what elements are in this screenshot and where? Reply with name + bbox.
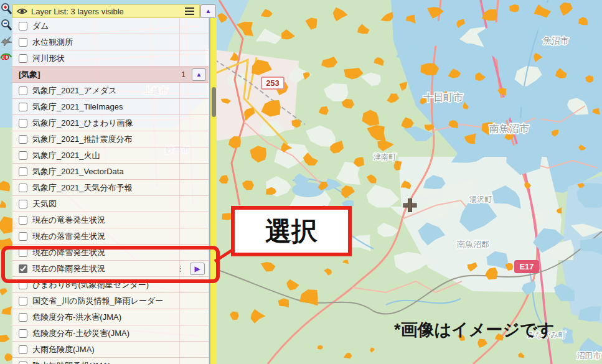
section-label: [気象] <box>19 69 40 80</box>
layer-row: 降水短時間予報(JMA) ⋮ ▶ <box>12 358 209 364</box>
layer-checkbox[interactable] <box>19 184 27 192</box>
layer-label: 現在の降雨発生状況 <box>32 263 105 274</box>
layer-checkbox[interactable] <box>19 248 27 257</box>
route-badge-e17: E17 <box>514 260 539 273</box>
map-label-minami-uonuma-gun: 南魚沼郡 <box>457 240 489 249</box>
annotation-select-box: 選択 <box>231 206 352 256</box>
bird-icon <box>0 35 12 47</box>
layer-checkbox[interactable] <box>19 200 27 208</box>
map-label-yuzawa: 湯沢町 <box>469 195 492 203</box>
layer-label: 危険度分布-洪水害(JMA) <box>32 312 121 323</box>
layer-checkbox[interactable] <box>19 86 27 95</box>
layer-checkbox[interactable] <box>19 135 27 144</box>
layer-expand-button[interactable]: ▶ <box>190 263 205 275</box>
3d-icon: 3D <box>0 51 12 63</box>
layer-label: 気象庁_2021_天気分布予報 <box>32 182 132 194</box>
layer-label: 気象庁_2021_推計震度分布 <box>32 134 132 145</box>
panel-scrollbar[interactable] <box>209 18 217 364</box>
layer-checkbox[interactable] <box>19 216 27 225</box>
layer-checkbox[interactable] <box>19 362 27 364</box>
section-collapse-button[interactable]: ▲ <box>192 68 206 81</box>
layer-label: ダム <box>32 21 49 32</box>
layer-label: 天気図 <box>32 198 57 210</box>
layer-checkbox[interactable] <box>19 345 27 354</box>
panel-collapse-button[interactable]: ▲ <box>200 4 216 18</box>
layer-checkbox[interactable] <box>19 297 27 306</box>
layer-label: 河川形状 <box>32 53 65 64</box>
svg-text:E17: E17 <box>519 262 534 271</box>
annotation-select-label: 選択 <box>265 214 317 249</box>
route-badge-253: 253 <box>261 77 284 89</box>
layer-checkbox[interactable] <box>19 329 27 338</box>
layer-label: 気象庁_2021_火山 <box>32 150 100 161</box>
layer-row: 現在の降雨発生状況 ⋮ ▶ <box>12 261 209 277</box>
layer-checkbox[interactable] <box>19 232 27 241</box>
layer-row: ひまわり8号(気象衛星センター) ⋮ ▶ <box>12 277 209 293</box>
layer-list-header[interactable]: Layer List: 3 layers visible <box>12 4 200 18</box>
triangle-up-icon: ▲ <box>196 72 202 78</box>
map-label-uonuma: 魚沼市 <box>543 35 569 45</box>
layer-label: 国交省_川の防災情報_降雨レーダー <box>32 296 163 307</box>
layer-row: 気象庁_2021_ひまわり画像 ⋮ ▶ <box>12 115 209 131</box>
layer-label: 現在の落雷発生状況 <box>32 231 105 242</box>
map-label-numata: 沼田市 <box>577 351 601 360</box>
eye-icon <box>17 7 27 15</box>
map-label-tokamachi: 十日町市 <box>423 92 463 103</box>
layer-row: 危険度分布-洪水害(JMA) ⋮ ▶ <box>12 309 209 325</box>
layer-list-title: Layer List: 3 layers visible <box>31 7 124 16</box>
layer-row: 気象庁_2021_推計震度分布 ⋮ ▶ <box>12 131 209 147</box>
bird-view-button[interactable] <box>0 34 12 48</box>
layer-row: 河川形状 ⋮ ▶ <box>12 50 209 67</box>
map-urban-area <box>205 49 299 142</box>
layer-row: 気象庁_2021_VectorData ⋮ ▶ <box>12 164 209 180</box>
layer-label: 水位観測所 <box>32 37 73 48</box>
image-disclaimer-text: *画像はイメージです <box>394 319 554 341</box>
layer-row: 水位観測所 ⋮ ▶ <box>12 34 209 50</box>
layer-checkbox[interactable] <box>19 103 27 111</box>
menu-icon[interactable] <box>184 6 195 16</box>
layer-label: 気象庁_2021_アメダス <box>32 85 117 96</box>
layer-row: 現在の竜巻発生状況 ⋮ ▶ <box>12 212 209 228</box>
layer-checkbox[interactable] <box>19 281 27 289</box>
layer-row: ダム ⋮ ▶ <box>12 18 209 34</box>
layer-row: 現在の降雪発生状況 ⋮ ▶ <box>12 245 209 261</box>
layer-checkbox[interactable] <box>19 54 27 63</box>
layer-row: 大雨危険度(JMA) ⋮ ▶ <box>12 342 209 358</box>
map-tool-column: 3D <box>0 2 12 64</box>
layer-label: 現在の降雪発生状況 <box>32 247 105 258</box>
layer-row: 気象庁_2021_TileImages ⋮ ▶ <box>12 99 209 115</box>
layer-checkbox[interactable] <box>19 22 27 30</box>
zoom-in-icon <box>1 2 12 15</box>
layer-row: 気象庁_2021_天気分布予報 ⋮ ▶ <box>12 180 209 196</box>
triangle-up-icon: ▲ <box>205 8 212 14</box>
layer-label: 降水短時間予報(JMA) <box>32 360 111 364</box>
zoom-out-icon <box>1 19 12 31</box>
triangle-right-icon: ▶ <box>194 265 200 273</box>
layer-checkbox[interactable] <box>19 38 27 47</box>
layer-checkbox[interactable] <box>19 313 27 322</box>
layer-row: 現在の落雷発生状況 ⋮ ▶ <box>12 228 209 245</box>
zoom-in-button[interactable] <box>0 2 12 16</box>
layer-row: 国交省_川の防災情報_降雨レーダー ⋮ ▶ <box>12 293 209 309</box>
3d-view-button[interactable]: 3D <box>0 50 12 64</box>
layer-label: 気象庁_2021_VectorData <box>32 166 124 177</box>
layer-checkbox[interactable] <box>19 264 27 273</box>
layer-row: 気象庁_2021_火山 ⋮ ▶ <box>12 147 209 164</box>
layer-checkbox[interactable] <box>19 119 27 128</box>
layer-label: 気象庁_2021_TileImages <box>32 101 123 113</box>
layer-menu-dots-icon[interactable]: ⋮ <box>176 264 185 273</box>
layer-label: 大雨危険度(JMA) <box>32 344 95 355</box>
layer-checkbox[interactable] <box>19 167 27 176</box>
layer-section-row: [気象] 1 ▲ <box>12 67 209 83</box>
panel-scrollbar-thumb[interactable] <box>212 87 216 117</box>
layer-row: 危険度分布-土砂災害(JMA) ⋮ ▶ <box>12 325 209 342</box>
layer-label: ひまわり8号(気象衛星センター) <box>32 279 149 291</box>
svg-text:253: 253 <box>266 78 280 88</box>
layer-label: 危険度分布-土砂災害(JMA) <box>32 328 129 339</box>
layer-label: 現在の竜巻発生状況 <box>32 215 105 226</box>
zoom-out-button[interactable] <box>0 18 12 32</box>
layer-row: 気象庁_2021_アメダス ⋮ ▶ <box>12 83 209 99</box>
layer-list: ダム ⋮ ▶ 水位観測所 ⋮ ▶ 河川形状 ⋮ ▶ [気象] 1 ▲ 気象庁_2… <box>12 18 209 364</box>
layer-checkbox[interactable] <box>19 151 27 160</box>
section-count: 1 <box>181 70 186 79</box>
